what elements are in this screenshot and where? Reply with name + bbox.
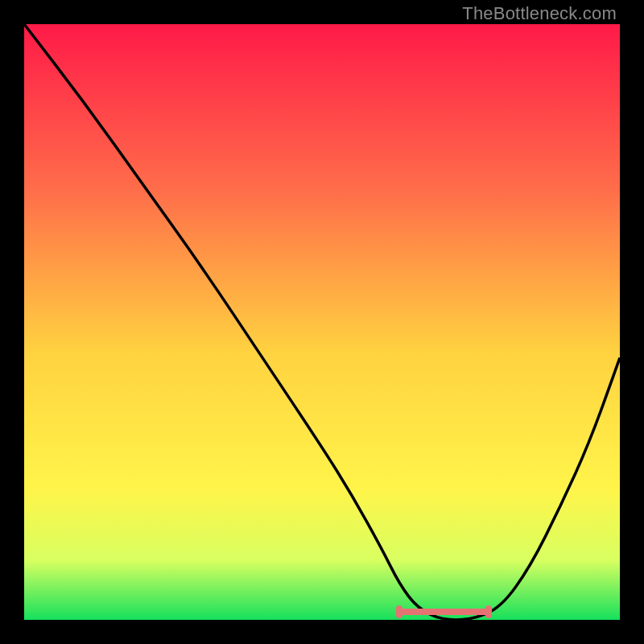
flat-region-marker [399,609,489,615]
flat-region-endcap-left [396,605,402,618]
chart-frame [24,24,620,620]
curve-path [24,24,620,620]
flat-region-endcap-right [485,605,492,618]
watermark-text: TheBottleneck.com [462,3,617,24]
plot-area [24,24,620,620]
bottleneck-curve [24,24,620,620]
